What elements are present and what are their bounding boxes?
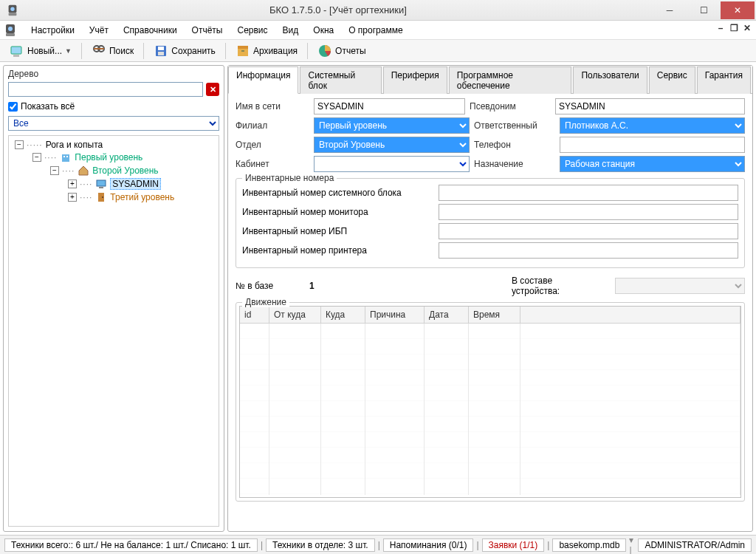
status-bar: Техники всего:: 6 шт./ Не на балансе: 1 … <box>0 535 756 554</box>
col-date[interactable]: Дата <box>425 307 469 323</box>
col-time[interactable]: Время <box>469 307 520 323</box>
new-icon <box>10 44 24 58</box>
alias-input[interactable] <box>555 98 745 114</box>
col-from[interactable]: От куда <box>269 307 321 323</box>
menu-settings[interactable]: Настройки <box>24 22 82 38</box>
menu-about[interactable]: О программе <box>341 22 410 38</box>
mdi-minimize[interactable]: – <box>715 22 726 34</box>
status-user: ADMINISTRATOR/Admin <box>638 538 752 552</box>
tree-sysadmin[interactable]: SYSADMIN <box>110 178 161 190</box>
toolbar-search-button[interactable]: Поиск <box>86 41 139 61</box>
col-to[interactable]: Куда <box>321 307 365 323</box>
col-id[interactable]: id <box>240 307 269 323</box>
svg-point-24 <box>102 196 103 198</box>
svg-rect-4 <box>6 33 15 36</box>
inv-sys-input[interactable] <box>439 185 738 201</box>
net-name-input[interactable] <box>314 98 465 114</box>
net-name-label: Имя в сети <box>236 101 309 112</box>
svg-rect-10 <box>94 48 104 49</box>
branch-label: Филиал <box>236 120 309 131</box>
room-label: Кабинет <box>236 159 309 169</box>
tab-periphery[interactable]: Периферия <box>383 66 447 94</box>
toolbar-reports-label: Отчеты <box>335 46 365 56</box>
purpose-select[interactable]: Рабочая станция <box>560 156 745 172</box>
tree-collapse-icon[interactable]: − <box>50 166 59 175</box>
movement-grid[interactable]: id От куда Куда Причина Дата Время <box>239 306 741 498</box>
status-total: Техники всего:: 6 шт./ Не на балансе: 1 … <box>4 538 258 552</box>
tree-level2[interactable]: Второй Уровень <box>92 165 158 176</box>
alias-label: Псевдоним <box>470 101 551 112</box>
tree-collapse-icon[interactable]: − <box>15 140 24 149</box>
toolbar-separator <box>225 43 226 59</box>
tab-service[interactable]: Сервис <box>649 66 695 94</box>
svg-rect-14 <box>238 48 248 56</box>
show-all-checkbox[interactable] <box>8 102 18 112</box>
tree-collapse-icon[interactable]: − <box>32 153 41 162</box>
toolbar-separator <box>81 43 82 59</box>
svg-rect-19 <box>63 156 65 157</box>
mdi-restore[interactable]: ❐ <box>728 22 740 34</box>
clear-search-button[interactable]: ✕ <box>206 83 219 96</box>
dept-label: Отдел <box>236 140 309 150</box>
base-no-value: 1 <box>309 281 354 291</box>
svg-rect-7 <box>13 55 19 57</box>
inv-prn-input[interactable] <box>439 242 738 259</box>
menu-windows[interactable]: Окна <box>306 22 341 38</box>
tree-panel-title: Дерево <box>4 66 224 81</box>
door-icon <box>95 191 107 203</box>
responsible-select[interactable]: Плотников А.С. <box>560 117 745 134</box>
menu-accounting[interactable]: Учёт <box>82 22 116 38</box>
computer-icon <box>95 178 107 190</box>
toolbar-archive-button[interactable]: Архивация <box>230 41 303 61</box>
inv-mon-input[interactable] <box>439 204 738 220</box>
mdi-close[interactable]: ✕ <box>741 22 753 34</box>
tree-line-icon: ····· <box>27 140 43 150</box>
tab-users[interactable]: Пользователи <box>573 66 647 94</box>
tab-info[interactable]: Информация <box>228 66 298 94</box>
tree-filter-select[interactable]: Все <box>8 116 219 131</box>
status-db: basekomp.mdb <box>552 538 626 552</box>
svg-rect-13 <box>158 52 164 55</box>
svg-rect-22 <box>99 187 103 188</box>
tab-sysblock[interactable]: Системный блок <box>300 66 381 94</box>
tree-panel: Дерево ✕ Показать всё Все − ····· Рога и… <box>3 65 224 532</box>
tree-root[interactable]: Рога и копыта <box>46 140 103 150</box>
base-no-label: № в базе <box>236 281 295 291</box>
menu-view[interactable]: Вид <box>275 22 306 38</box>
window-minimize-button[interactable]: ─ <box>653 1 687 19</box>
inv-ups-label: Инвентарный номер ИБП <box>242 226 434 236</box>
tree-search-input[interactable] <box>8 82 203 97</box>
tree-expand-icon[interactable]: + <box>68 193 77 202</box>
tree-level3[interactable]: Третий уровень <box>110 192 174 202</box>
menu-reports[interactable]: Отчёты <box>185 22 230 38</box>
tree-level1[interactable]: Первый уровень <box>75 152 142 163</box>
room-select[interactable] <box>314 156 470 172</box>
tree-expand-icon[interactable]: + <box>68 179 77 188</box>
toolbar-new-button[interactable]: Новый... ▼ <box>4 41 77 61</box>
window-close-button[interactable]: ✕ <box>721 1 755 19</box>
window-maximize-button[interactable]: ☐ <box>687 1 721 19</box>
toolbar: Новый... ▼ Поиск Сохранить Архивация Отч… <box>0 40 756 62</box>
toolbar-reports-button[interactable]: Отчеты <box>312 41 371 61</box>
tree-line-icon: ···· <box>80 192 92 202</box>
menu-service[interactable]: Сервис <box>230 22 275 38</box>
branch-select[interactable]: Первый уровень <box>314 117 470 134</box>
movement-grid-body <box>240 324 740 495</box>
device-tree[interactable]: − ····· Рога и копыта − ···· Первый уров… <box>8 135 219 527</box>
status-requests[interactable]: Заявки (1/1) <box>482 538 545 552</box>
phone-input[interactable] <box>560 137 745 153</box>
dept-select[interactable]: Второй Уровень <box>314 137 470 153</box>
app-icon <box>6 4 19 17</box>
building-icon <box>60 151 72 163</box>
inv-ups-input[interactable] <box>439 223 738 239</box>
inventory-group: Инвентарные номера Инвентарный номер сис… <box>236 178 745 268</box>
tab-warranty[interactable]: Гарантия <box>697 66 751 94</box>
toolbar-save-button[interactable]: Сохранить <box>148 41 221 61</box>
svg-rect-15 <box>238 46 248 49</box>
svg-rect-12 <box>158 47 164 50</box>
tree-line-icon: ···· <box>80 179 92 189</box>
status-reminders[interactable]: Напоминания (0/1) <box>383 538 474 552</box>
menu-directories[interactable]: Справочники <box>116 22 185 38</box>
tab-software[interactable]: Программное обеспечение <box>449 66 572 94</box>
col-reason[interactable]: Причина <box>365 307 425 323</box>
